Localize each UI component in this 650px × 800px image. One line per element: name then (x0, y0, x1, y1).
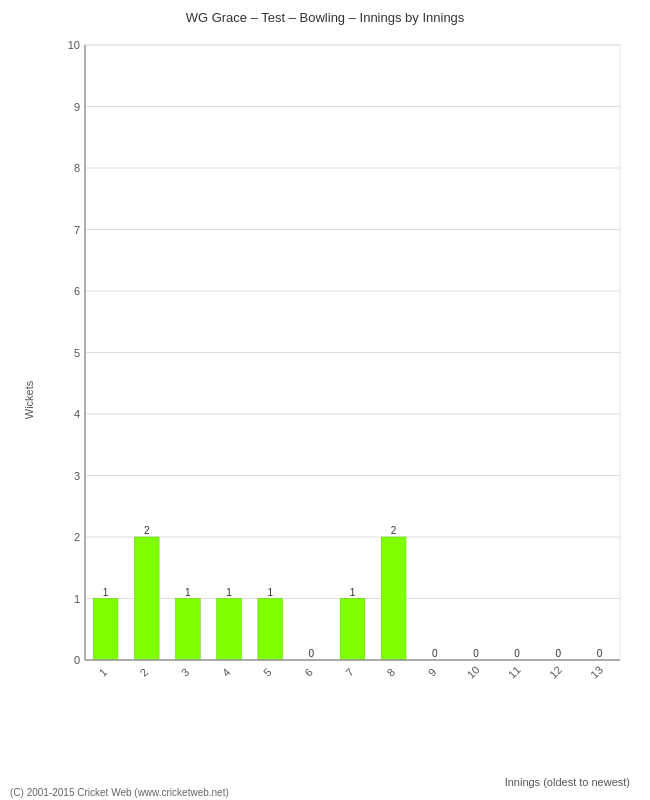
svg-text:0: 0 (514, 648, 520, 659)
copyright-text: (C) 2001-2015 Cricket Web (www.cricketwe… (10, 787, 229, 798)
svg-text:1: 1 (74, 593, 80, 605)
svg-rect-40 (340, 599, 365, 661)
svg-text:7: 7 (74, 224, 80, 236)
svg-text:2: 2 (137, 666, 150, 679)
chart-container: WG Grace – Test – Bowling – Innings by I… (0, 0, 650, 800)
svg-text:7: 7 (343, 666, 356, 679)
svg-text:9: 9 (426, 666, 439, 679)
svg-text:0: 0 (74, 654, 80, 666)
svg-text:10: 10 (68, 39, 80, 51)
chart-area: 0123456789101122131415061728090100110120… (55, 35, 630, 710)
svg-text:0: 0 (597, 648, 603, 659)
svg-rect-43 (381, 537, 406, 660)
svg-text:1: 1 (350, 587, 356, 598)
svg-text:8: 8 (74, 162, 80, 174)
svg-text:8: 8 (384, 666, 397, 679)
svg-text:1: 1 (267, 587, 273, 598)
svg-text:1: 1 (185, 587, 191, 598)
svg-text:9: 9 (74, 101, 80, 113)
svg-rect-23 (93, 599, 118, 661)
svg-text:1: 1 (103, 587, 109, 598)
svg-text:2: 2 (391, 525, 397, 536)
svg-text:13: 13 (588, 664, 605, 681)
svg-text:2: 2 (144, 525, 150, 536)
chart-svg: 0123456789101122131415061728090100110120… (55, 35, 630, 710)
svg-text:10: 10 (465, 664, 482, 681)
svg-text:3: 3 (179, 666, 192, 679)
svg-rect-29 (176, 599, 201, 661)
chart-title: WG Grace – Test – Bowling – Innings by I… (0, 0, 650, 30)
svg-text:0: 0 (309, 648, 315, 659)
svg-text:6: 6 (302, 666, 315, 679)
svg-text:1: 1 (226, 587, 232, 598)
svg-text:0: 0 (432, 648, 438, 659)
svg-text:4: 4 (74, 408, 80, 420)
svg-text:0: 0 (473, 648, 479, 659)
svg-text:12: 12 (547, 664, 564, 681)
svg-text:0: 0 (555, 648, 561, 659)
svg-text:5: 5 (261, 666, 274, 679)
svg-text:11: 11 (506, 664, 523, 681)
svg-text:6: 6 (74, 285, 80, 297)
y-axis-label: Wickets (23, 381, 35, 420)
svg-text:1: 1 (96, 666, 109, 679)
svg-text:3: 3 (74, 470, 80, 482)
svg-rect-26 (134, 537, 159, 660)
svg-rect-35 (258, 599, 283, 661)
svg-text:2: 2 (74, 531, 80, 543)
svg-rect-32 (217, 599, 242, 661)
svg-text:4: 4 (220, 666, 233, 679)
svg-text:5: 5 (74, 347, 80, 359)
